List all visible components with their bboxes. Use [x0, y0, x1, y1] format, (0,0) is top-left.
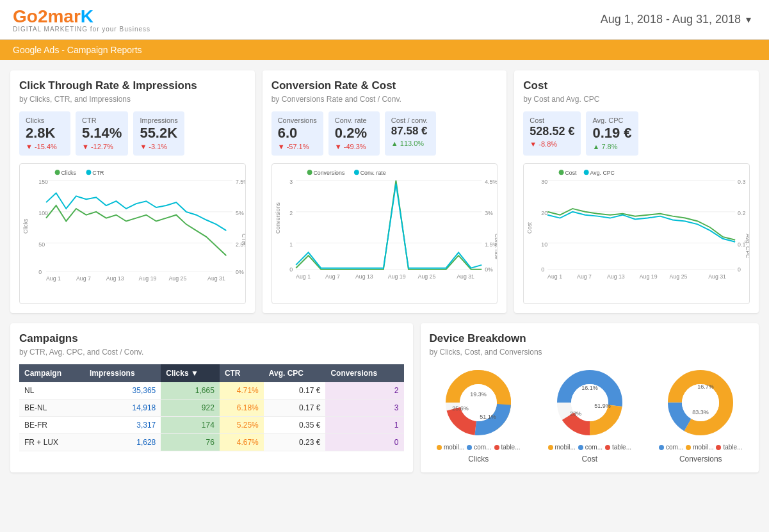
logo-subtitle: DIGITAL MARKETING for your Business	[13, 26, 150, 33]
svg-text:Aug 1: Aug 1	[46, 275, 61, 282]
svg-text:2: 2	[289, 210, 293, 216]
svg-text:Aug 25: Aug 25	[670, 274, 688, 280]
svg-text:0: 0	[542, 266, 545, 273]
td-clicks: 76	[161, 434, 220, 451]
svg-text:Aug 31: Aug 31	[457, 274, 474, 280]
th-ctr[interactable]: CTR	[220, 364, 264, 382]
header: Go2marK DIGITAL MARKETING for your Busin…	[0, 0, 769, 40]
kpi-impressions: Impressions 55.2K -3.1%	[133, 111, 184, 156]
table-row: BE-FR 3,317 174 5.25% 0.35 € 1	[19, 417, 404, 434]
kpi-row-cost: Cost 528.52 € -8.8% Avg. CPC 0.19 € 7.8%	[523, 111, 750, 156]
campaigns-subtitle: by CTR, Avg. CPC, and Cost / Conv.	[19, 348, 404, 357]
table-row: NL 35,365 1,665 4.71% 0.17 € 2	[19, 382, 404, 399]
panel-conversion: Conversion Rate & Cost by Conversions Ra…	[263, 70, 507, 313]
chart-ctr-svg: 150 100 50 0 Clicks 7.5% 5% 2.5% 0% CTR	[20, 164, 245, 303]
conversions-legend: com... mobil... table...	[659, 444, 743, 451]
svg-text:Aug 25: Aug 25	[168, 275, 186, 282]
td-ctr: 4.67%	[220, 434, 264, 451]
svg-text:25.6%: 25.6%	[453, 405, 469, 412]
svg-text:51.1%: 51.1%	[480, 414, 497, 420]
svg-text:16.1%: 16.1%	[581, 385, 598, 391]
th-avg-cpc[interactable]: Avg. CPC	[264, 364, 326, 382]
svg-text:7.5%: 7.5%	[236, 179, 245, 185]
svg-text:0: 0	[738, 266, 741, 273]
svg-text:5%: 5%	[236, 210, 244, 216]
td-clicks: 922	[161, 399, 220, 417]
campaigns-panel: Campaigns by CTR, Avg. CPC, and Cost / C…	[10, 323, 413, 472]
table-row: BE-NL 14,918 922 6.18% 0.17 € 3	[19, 399, 404, 417]
kpi-row-conv: Conversions 6.0 -57.1% Conv. rate 0.2% -…	[271, 111, 498, 156]
svg-text:51.9%: 51.9%	[594, 403, 611, 409]
svg-text:Clicks: Clicks	[22, 218, 29, 234]
main-content: Click Through Rate & Impressions by Clic…	[0, 60, 769, 483]
svg-text:Conv. rate: Conv. rate	[493, 234, 497, 259]
th-conversions[interactable]: Conversions	[325, 364, 403, 382]
svg-text:Aug 19: Aug 19	[640, 274, 658, 280]
svg-text:20: 20	[542, 210, 548, 216]
svg-point-40	[354, 170, 359, 175]
td-ctr: 6.18%	[220, 399, 264, 417]
clicks-chart-label: Clicks	[468, 455, 489, 463]
date-range[interactable]: Aug 1, 2018 - Aug 31, 2018 ▾	[601, 13, 756, 26]
device-title: Device Breakdown	[430, 332, 750, 345]
logo-k: K	[81, 6, 93, 26]
svg-text:0.2: 0.2	[738, 210, 745, 216]
svg-text:0: 0	[289, 266, 293, 273]
kpi-cost-conv: Cost / conv. 87.58 € 113.0%	[385, 111, 436, 156]
panel-ctr-impressions: Click Through Rate & Impressions by Clic…	[10, 70, 255, 313]
svg-text:Clicks: Clicks	[61, 170, 76, 176]
svg-text:Aug 1: Aug 1	[547, 274, 562, 280]
svg-text:19.3%: 19.3%	[471, 391, 487, 398]
svg-text:50: 50	[38, 241, 45, 248]
svg-text:83.3%: 83.3%	[692, 409, 709, 415]
campaigns-table: Campaign Impressions Clicks ▼ CTR Avg. C…	[19, 364, 404, 451]
svg-text:0: 0	[38, 270, 42, 276]
svg-text:1: 1	[289, 241, 293, 248]
td-conv: 0	[325, 434, 403, 451]
kpi-conv-rate: Conv. rate 0.2% -49.3%	[328, 111, 380, 156]
th-campaign[interactable]: Campaign	[19, 364, 85, 382]
svg-text:Aug 7: Aug 7	[325, 274, 340, 280]
kpi-avg-cpc: Avg. CPC 0.19 € 7.8%	[586, 111, 638, 156]
date-range-dropdown[interactable]: ▾	[746, 13, 751, 26]
td-clicks: 174	[161, 417, 220, 434]
kpi-ctr: CTR 5.14% -12.7%	[76, 111, 128, 156]
td-clicks: 1,665	[161, 382, 220, 399]
svg-point-38	[307, 170, 312, 175]
td-conv: 3	[325, 399, 403, 417]
panel-cost-title: Cost	[523, 79, 750, 92]
svg-text:Aug 1: Aug 1	[296, 274, 311, 280]
chart-cost: 30 20 10 0 Cost 0.3 0.2 0.1 0 Avg. CPC	[523, 163, 750, 304]
table-row: FR + LUX 1,628 76 4.67% 0.23 € 0	[19, 434, 404, 451]
td-name: FR + LUX	[19, 434, 85, 451]
td-name: NL	[19, 382, 85, 399]
chart-ctr-impressions: 150 100 50 0 Clicks 7.5% 5% 2.5% 0% CTR	[19, 163, 246, 304]
svg-text:3%: 3%	[485, 210, 493, 216]
panel-conv-title: Conversion Rate & Cost	[271, 79, 498, 92]
td-ctr: 5.25%	[220, 417, 264, 434]
logo-go: Go2mar	[13, 6, 81, 26]
chart-conv-svg: 3 2 1 0 Conversions 4.5% 3% 1.5% 0% Conv…	[272, 164, 498, 303]
td-conv: 2	[325, 382, 403, 399]
th-impressions[interactable]: Impressions	[85, 364, 161, 382]
td-cpc: 0.17 €	[264, 382, 326, 399]
kpi-row-ctr: Clicks 2.8K -15.4% CTR 5.14% -12.7% Impr…	[19, 111, 246, 156]
logo: Go2marK DIGITAL MARKETING for your Busin…	[13, 6, 150, 33]
td-name: BE-FR	[19, 417, 85, 434]
sub-header-title: Google Ads - Campaign Reports	[13, 45, 142, 55]
svg-text:Conversions: Conversions	[313, 170, 344, 176]
svg-text:30: 30	[542, 179, 548, 185]
bottom-section: Campaigns by CTR, Avg. CPC, and Cost / C…	[10, 323, 759, 472]
td-cpc: 0.35 €	[264, 417, 326, 434]
campaigns-title: Campaigns	[19, 332, 404, 345]
th-clicks[interactable]: Clicks ▼	[161, 364, 220, 382]
svg-text:Aug 25: Aug 25	[417, 274, 435, 280]
svg-point-16	[86, 170, 92, 175]
svg-text:3: 3	[289, 179, 293, 185]
donut-cost-svg: 16.1% 23% 51.9%	[551, 364, 628, 441]
clicks-legend: mobil... com... table...	[437, 444, 521, 451]
svg-text:0.3: 0.3	[738, 179, 745, 185]
td-impressions: 35,365	[85, 382, 161, 399]
svg-text:10: 10	[542, 241, 548, 248]
td-ctr: 4.71%	[220, 382, 264, 399]
